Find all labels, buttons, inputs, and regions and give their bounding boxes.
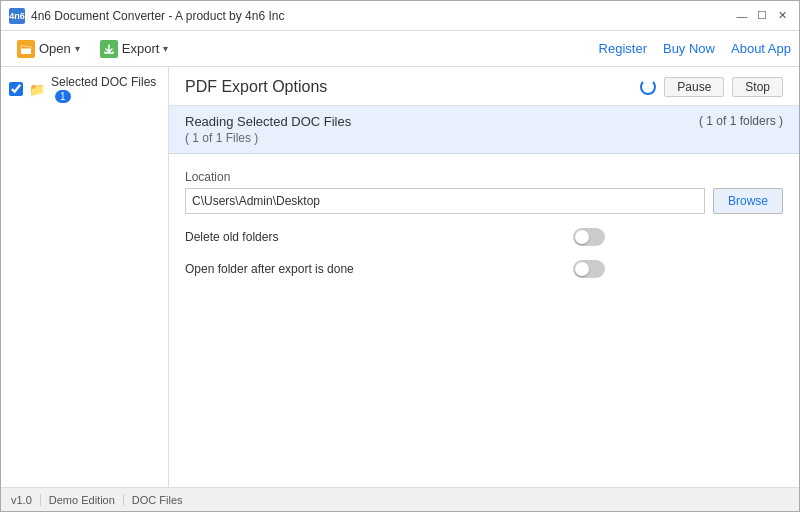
export-button[interactable]: Export ▾	[92, 36, 177, 62]
progress-title: Reading Selected DOC Files	[185, 114, 783, 129]
status-file-type: DOC Files	[124, 494, 191, 506]
sidebar-item-doc-files[interactable]: 📁 Selected DOC Files 1	[1, 71, 168, 107]
location-label: Location	[185, 170, 783, 184]
maximize-button[interactable]: ☐	[753, 7, 771, 25]
sidebar-badge: 1	[55, 90, 71, 103]
toolbar-left: Open ▾ Export ▾	[9, 36, 176, 62]
open-label: Open	[39, 41, 71, 56]
open-folder-toggle[interactable]	[573, 260, 605, 278]
export-panel-controls: Pause Stop	[640, 77, 783, 97]
content: PDF Export Options Pause Stop ( 1 of 1 f…	[169, 67, 799, 487]
export-panel-header: PDF Export Options Pause Stop	[169, 67, 799, 106]
open-button[interactable]: Open ▾	[9, 36, 88, 62]
main: 📁 Selected DOC Files 1 PDF Export Option…	[1, 67, 799, 487]
sidebar: 📁 Selected DOC Files 1	[1, 67, 169, 487]
sidebar-item-label: Selected DOC Files 1	[51, 75, 160, 103]
window-controls: — ☐ ✕	[733, 7, 791, 25]
open-dropdown: ▾	[75, 43, 80, 54]
export-dropdown: ▾	[163, 43, 168, 54]
progress-folders: ( 1 of 1 folders )	[699, 114, 783, 128]
register-link[interactable]: Register	[599, 41, 647, 56]
status-version: v1.0	[11, 494, 41, 506]
toolbar-right: Register Buy Now About App	[599, 41, 791, 56]
progress-subtitle: ( 1 of 1 Files )	[185, 131, 783, 145]
export-icon	[100, 40, 118, 58]
title-bar-text: 4n6 Document Converter - A product by 4n…	[31, 9, 284, 23]
export-panel-title: PDF Export Options	[185, 78, 327, 96]
location-input[interactable]	[185, 188, 705, 214]
toolbar: Open ▾ Export ▾ Register Buy Now About A…	[1, 31, 799, 67]
export-label: Export	[122, 41, 160, 56]
sidebar-checkbox[interactable]	[9, 82, 23, 96]
pause-button[interactable]: Pause	[664, 77, 724, 97]
folder-icon: 📁	[29, 82, 45, 97]
open-folder-row: Open folder after export is done	[185, 260, 605, 278]
title-bar-left: 4n6 4n6 Document Converter - A product b…	[9, 8, 284, 24]
location-row: Browse	[185, 188, 783, 214]
progress-section: ( 1 of 1 folders ) Reading Selected DOC …	[169, 106, 799, 154]
close-button[interactable]: ✕	[773, 7, 791, 25]
app-icon: 4n6	[9, 8, 25, 24]
browse-button[interactable]: Browse	[713, 188, 783, 214]
open-folder-label: Open folder after export is done	[185, 262, 354, 276]
title-bar: 4n6 4n6 Document Converter - A product b…	[1, 1, 799, 31]
about-app-link[interactable]: About App	[731, 41, 791, 56]
status-bar: v1.0 Demo Edition DOC Files	[1, 487, 799, 511]
export-panel: PDF Export Options Pause Stop ( 1 of 1 f…	[169, 67, 799, 487]
minimize-button[interactable]: —	[733, 7, 751, 25]
spinner-icon	[640, 79, 656, 95]
open-icon	[17, 40, 35, 58]
status-edition: Demo Edition	[41, 494, 124, 506]
delete-folders-label: Delete old folders	[185, 230, 278, 244]
delete-folders-toggle[interactable]	[573, 228, 605, 246]
stop-button[interactable]: Stop	[732, 77, 783, 97]
buy-now-link[interactable]: Buy Now	[663, 41, 715, 56]
form-area: Location Browse Delete old folders Open …	[169, 154, 799, 487]
delete-folders-row: Delete old folders	[185, 228, 605, 246]
